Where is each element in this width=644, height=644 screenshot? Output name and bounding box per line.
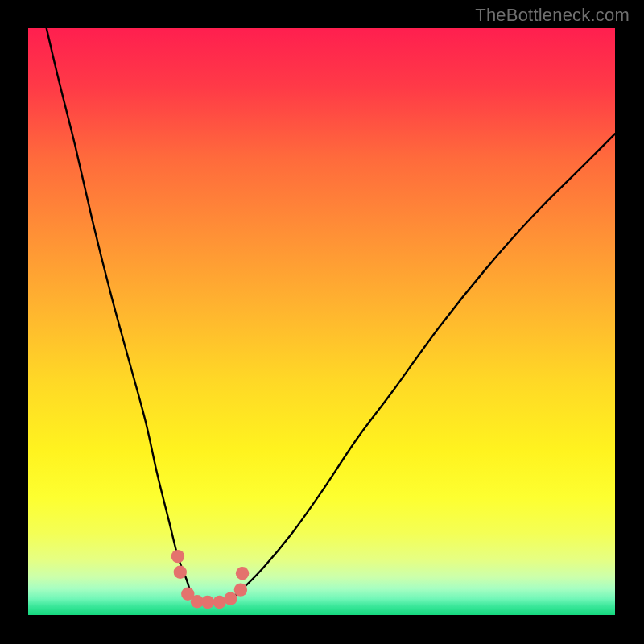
curve-marker [224,592,237,605]
curve-layer [28,28,615,615]
curve-marker [174,566,187,579]
curve-marker [201,596,214,609]
curve-marker [171,550,184,563]
bottleneck-curve [28,28,615,602]
curve-markers [171,550,250,609]
chart-frame: TheBottleneck.com [0,0,644,644]
curve-marker [236,567,249,580]
watermark-text: TheBottleneck.com [475,5,630,26]
plot-area [28,28,615,615]
curve-marker [234,583,247,596]
curve-marker [213,596,225,609]
